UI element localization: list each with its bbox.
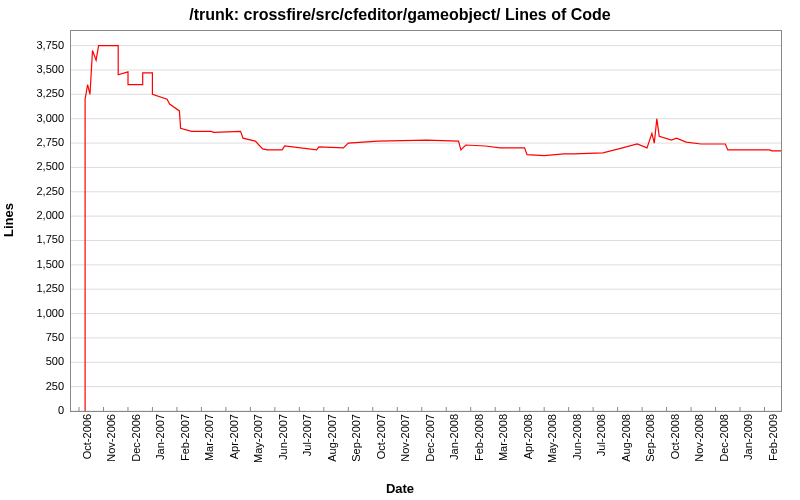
y-tick-label: 2,000 (36, 209, 64, 221)
y-tick-label: 500 (46, 355, 64, 367)
x-tick-label: May-2007 (252, 414, 264, 463)
x-axis-label: Date (0, 481, 800, 496)
y-tick-label: 1,000 (36, 307, 64, 319)
x-tick-label: Apr-2007 (228, 414, 240, 459)
plot-area (70, 30, 782, 412)
x-tick-label: Jan-2008 (448, 414, 460, 460)
x-tick-label: May-2008 (546, 414, 558, 463)
x-tick-label: Jun-2008 (571, 414, 583, 460)
loc-chart: /trunk: crossfire/src/cfeditor/gameobjec… (0, 0, 800, 500)
gridlines (71, 46, 781, 411)
x-tick-label: Aug-2008 (620, 414, 632, 462)
x-tick-label: Aug-2007 (326, 414, 338, 462)
y-tick-label: 3,750 (36, 39, 64, 51)
y-tick-label: 1,750 (36, 233, 64, 245)
x-tick-label: Sep-2007 (350, 414, 362, 462)
y-axis-ticks: 02505007501,0001,2501,5001,7502,0002,250… (0, 30, 68, 410)
x-tick-label: Nov-2008 (693, 414, 705, 462)
x-tick-label: Feb-2008 (473, 414, 485, 461)
y-tick-label: 2,250 (36, 185, 64, 197)
y-tick-label: 0 (58, 404, 64, 416)
x-tick-label: Dec-2006 (130, 414, 142, 462)
chart-title: /trunk: crossfire/src/cfeditor/gameobjec… (0, 6, 800, 24)
y-tick-label: 3,000 (36, 112, 64, 124)
y-tick-label: 250 (46, 380, 64, 392)
y-tick-label: 2,750 (36, 136, 64, 148)
y-tick-label: 3,250 (36, 87, 64, 99)
x-tick-label: Jan-2007 (154, 414, 166, 460)
x-tick-label: Dec-2008 (718, 414, 730, 462)
x-tick-label: Jan-2009 (742, 414, 754, 460)
x-tick-label: Nov-2006 (105, 414, 117, 462)
x-tick-label: Oct-2008 (669, 414, 681, 459)
x-axis-ticks: Oct-2006Nov-2006Dec-2006Jan-2007Feb-2007… (70, 412, 780, 482)
x-tick-label: Dec-2007 (424, 414, 436, 462)
x-tick-label: Apr-2008 (522, 414, 534, 459)
y-tick-label: 2,500 (36, 160, 64, 172)
x-tick-label: Feb-2009 (767, 414, 779, 461)
y-tick-label: 1,250 (36, 282, 64, 294)
x-tick-label: Sep-2008 (644, 414, 656, 462)
x-tick-label: Feb-2007 (179, 414, 191, 461)
x-tick-label: Jun-2007 (277, 414, 289, 460)
x-tick-label: Nov-2007 (399, 414, 411, 462)
x-tick-label: Mar-2008 (497, 414, 509, 461)
x-tick-label: Oct-2006 (81, 414, 93, 459)
x-tick-label: Mar-2007 (203, 414, 215, 461)
x-tick-label: Jul-2007 (301, 414, 313, 456)
loc-series-line (85, 46, 781, 411)
y-tick-label: 3,500 (36, 63, 64, 75)
plot-svg (71, 31, 781, 411)
x-tick-marks (79, 407, 765, 411)
y-tick-label: 750 (46, 331, 64, 343)
x-tick-label: Jul-2008 (595, 414, 607, 456)
y-tick-label: 1,500 (36, 258, 64, 270)
x-tick-label: Oct-2007 (375, 414, 387, 459)
